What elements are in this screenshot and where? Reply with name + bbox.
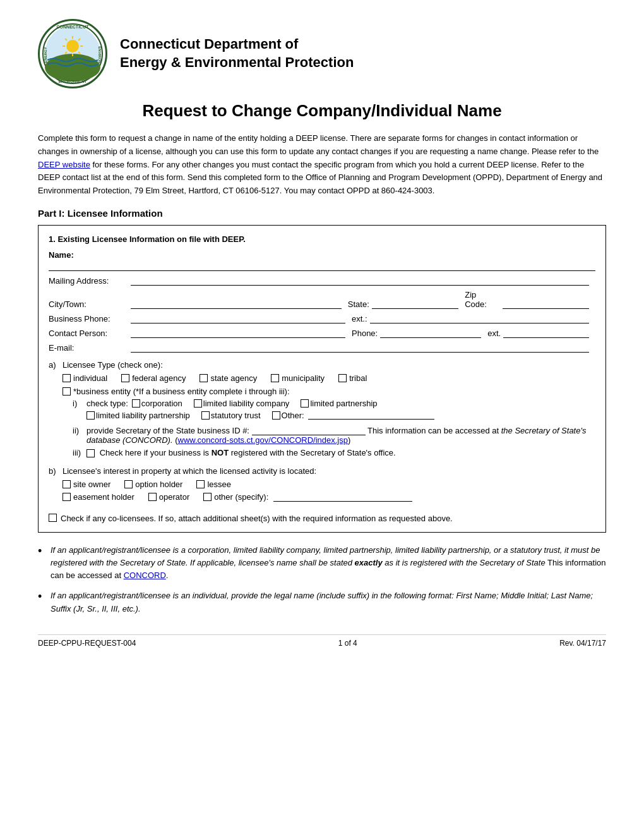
agency-name: Connecticut Department of Energy & Envir… [120,35,354,71]
other-type-input[interactable] [308,411,434,420]
email-input-line[interactable] [131,342,589,353]
ext-input-line[interactable] [370,313,589,323]
secretary-id-input[interactable] [252,426,366,435]
interest-lessee: lessee [196,480,231,489]
city-input-line[interactable] [131,299,342,309]
ext2-input-line[interactable] [503,328,589,338]
svg-text:ENERGY: ENERGY [44,47,47,63]
check-type-label: check type: [86,399,128,408]
city-label: City/Town: [49,299,131,309]
svg-text:CONNECTICUT: CONNECTICUT [57,25,90,29]
state-agency-label: state agency [210,373,257,383]
city-state-zip-row: City/Town: State: Zip Code: [49,290,595,309]
phone-input-line[interactable] [131,313,345,323]
section-a: a) Licensee Type (check one): individual… [49,360,595,461]
licensee-type-checkboxes: individual federal agency state agency m… [63,373,595,383]
bullet-1-text: If an applicant/registrant/licensee is a… [51,544,606,582]
sub-iii-content: Check here if your business is NOT regis… [86,448,595,457]
mailing-label: Mailing Address: [49,276,131,286]
other-interest-input[interactable] [273,493,412,502]
co-licensee-checkbox[interactable] [49,514,57,522]
phone2-input-line[interactable] [380,328,481,338]
other-type-checkbox[interactable] [272,411,280,420]
phone-row: Business Phone: ext.: [49,313,595,323]
not-registered-checkbox[interactable] [86,449,95,457]
contact-input-line[interactable] [131,328,345,338]
bullet-item-2: • If an applicant/registrant/licensee is… [38,589,606,615]
state-input-line[interactable] [372,299,458,309]
federal-agency-label: federal agency [132,373,186,383]
state-agency-checkbox[interactable] [200,374,208,382]
municipality-label: municipality [282,373,325,383]
interest-operator: operator [148,492,189,502]
agency-title-line2: Energy & Environmental Protection [120,54,354,72]
intro-text-1: Complete this form to request a change i… [38,133,599,156]
limited-partnership-checkbox[interactable] [301,399,309,408]
sub-iii-text2: registered with the Secretary of State's… [229,448,396,457]
llp-checkbox[interactable] [86,411,95,420]
easement-holder-checkbox[interactable] [63,493,71,501]
licensee-info-box: 1. Existing Licensee Information on file… [38,225,606,533]
site-owner-label: site owner [73,480,110,489]
tribal-checkbox[interactable] [338,374,347,382]
bullet-2-italic: If an applicant/registrant/licensee is a… [51,591,593,613]
name-field-group: Name: [49,250,595,271]
ext-label: ext.: [352,314,367,323]
option-holder-checkbox[interactable] [124,480,133,488]
statutory-trust-checkbox[interactable] [201,411,210,420]
concord-link-ii[interactable]: www.concord-sots.ct.gov/CONCORD/index.js… [178,435,348,445]
phone-label: Business Phone: [49,314,131,323]
co-licensee-text: Check if any co-licensees. If so, attach… [61,514,453,523]
bullet-1-dot: • [38,543,51,560]
corporation-checkbox[interactable] [132,399,140,408]
interest-title: Licensee's interest in property at which… [63,466,595,476]
section-b: b) Licensee's interest in property at wh… [49,466,595,505]
co-licensee-row: Check if any co-licensees. If so, attach… [49,510,595,523]
section-b-content: Licensee's interest in property at which… [63,466,595,505]
individual-checkbox[interactable] [63,374,71,382]
bullet-1-period: . [166,571,169,580]
sub-ii-text2: This information can be accessed at [367,426,501,435]
mailing-input-line[interactable] [131,275,589,286]
business-entity-label: *business entity (*If a business entity … [73,387,290,396]
bullet-1-italic-2: as it is registered with the Secretary o… [383,558,546,567]
page-title: Request to Change Company/Individual Nam… [38,101,606,121]
statutory-trust-label: statutory trust [211,411,261,420]
bullet-section: • If an applicant/registrant/licensee is… [38,544,606,615]
state-label: State: [348,299,369,309]
name-input-line[interactable] [49,261,595,271]
sub-iii-not: NOT [212,448,229,457]
sub-item-i: i) check type: corporation limited liabi… [73,399,595,423]
tribal-label: tribal [349,373,367,383]
zip-input-line[interactable] [503,299,589,309]
federal-agency-checkbox[interactable] [121,374,129,382]
email-row: E-mail: [49,342,595,353]
name-label: Name: [49,250,74,260]
lessee-checkbox[interactable] [196,480,205,488]
check-type-row2: limited liability partnership statutory … [86,411,595,420]
site-owner-checkbox[interactable] [63,480,71,488]
business-entity-checkbox[interactable] [63,387,71,396]
svg-point-3 [66,40,79,52]
footer-center: 1 of 4 [338,639,357,648]
agency-logo: CONNECTICUT ENERGY ENVIRON ENVIRONMENT [38,19,107,88]
individual-label: individual [73,373,107,383]
deep-website-link[interactable]: DEEP website [38,160,90,169]
operator-label: operator [159,492,189,502]
bullet-2-text: If an applicant/registrant/licensee is a… [51,589,606,615]
municipality-checkbox[interactable] [271,374,279,382]
type-state-agency: state agency [200,373,257,383]
concord-link-bullet[interactable]: CONCORD [124,571,166,580]
operator-checkbox[interactable] [148,493,157,501]
section1-title: 1. Existing Licensee Information on file… [49,234,595,244]
phone2-label: Phone: [352,329,378,338]
intro-text-2: for these forms. For any other changes y… [38,160,602,196]
check-type-row1: check type: corporation limited liabilit… [86,399,595,408]
limited-partnership-label: limited partnership [310,399,377,408]
sub-i-label: i) [73,399,86,408]
sub-iii-text1: Check here if your business is [100,448,212,457]
easement-holder-label: easement holder [73,492,134,502]
llc-checkbox[interactable] [194,399,202,408]
other-interest-checkbox[interactable] [203,493,212,501]
type-tribal: tribal [338,373,367,383]
